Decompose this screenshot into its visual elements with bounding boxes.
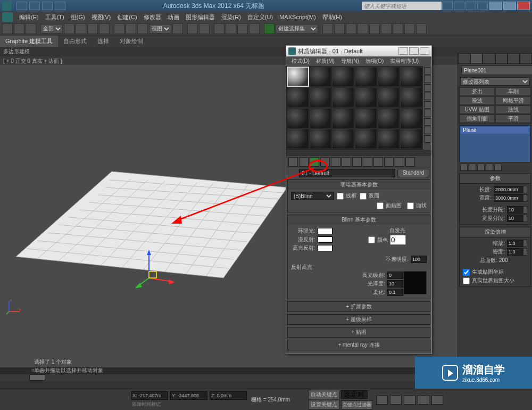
menu-views[interactable]: 视图(V) <box>88 13 114 21</box>
specular-color-swatch[interactable] <box>318 245 332 251</box>
modifier-list-dropdown[interactable]: 修改器列表 <box>460 77 530 86</box>
viewport-label[interactable]: [ + 0 正交 0 真实 + 边面 ] <box>0 56 532 65</box>
schematic-icon[interactable] <box>369 23 380 34</box>
named-set-dropdown[interactable]: 创建选择集 <box>276 24 318 34</box>
tab-create-icon[interactable] <box>458 53 470 64</box>
me-minimize-button[interactable] <box>398 47 408 55</box>
menu-customize[interactable]: 自定义(U) <box>244 13 276 21</box>
pick-material-icon[interactable] <box>288 169 297 177</box>
object-name-input[interactable] <box>461 65 532 75</box>
material-slot[interactable] <box>332 87 354 108</box>
background-icon[interactable] <box>424 84 431 92</box>
shader-type-dropdown[interactable]: (B)Blinn <box>291 192 334 200</box>
mod-uvwmap-button[interactable]: UVW 贴图 <box>459 105 495 114</box>
material-editor-icon[interactable] <box>381 23 392 34</box>
me-menu-modes[interactable]: 模式(D) <box>288 56 313 66</box>
key-icon[interactable] <box>300 391 307 398</box>
gen-map-checkbox[interactable] <box>463 269 470 276</box>
material-slot[interactable] <box>355 129 377 149</box>
material-editor-titlebar[interactable]: 材质编辑器 - 01 - Default <box>286 46 431 56</box>
material-slot[interactable] <box>378 108 400 128</box>
configure-sets-icon[interactable] <box>494 163 502 171</box>
go-forward-icon[interactable] <box>405 157 415 167</box>
curve-editor-icon[interactable] <box>358 23 368 34</box>
ref-coord-dropdown[interactable]: 视图 <box>149 24 171 34</box>
qa-save-icon[interactable] <box>29 2 40 10</box>
app-menu-icon[interactable] <box>2 12 13 22</box>
minimize-button[interactable] <box>489 2 502 10</box>
self-illum-color-checkbox[interactable] <box>368 236 375 243</box>
rollup-header-supersample[interactable]: 超级采样 <box>288 315 430 324</box>
length-spinner[interactable] <box>494 186 523 193</box>
fov-icon[interactable] <box>480 391 489 399</box>
select-icon[interactable] <box>64 23 74 34</box>
rollup-header-extended[interactable]: 扩展参数 <box>288 302 430 311</box>
tab-paint[interactable]: 对象绘制 <box>114 36 148 47</box>
spinner-arrows-icon[interactable] <box>523 248 527 256</box>
rollup-header-mr[interactable]: mental ray 连接 <box>288 340 430 350</box>
material-type-button[interactable]: Standard <box>397 169 429 177</box>
spinner-arrows-icon[interactable] <box>523 186 527 193</box>
preview-icon[interactable] <box>424 110 431 117</box>
material-slot[interactable] <box>400 129 422 149</box>
real-world-checkbox[interactable] <box>463 277 470 284</box>
modifier-stack[interactable]: Plane <box>459 125 531 162</box>
material-scroll-h[interactable] <box>286 150 431 156</box>
pivot-icon[interactable] <box>172 23 183 34</box>
material-slot[interactable] <box>378 129 400 149</box>
menu-edit[interactable]: 编辑(E) <box>16 13 42 21</box>
rollup-render-mult-header[interactable]: 渲染倍增 <box>460 227 530 237</box>
tab-graphite[interactable]: Graphite 建模工具 <box>0 36 58 47</box>
me-menu-nav[interactable]: 导航(N) <box>338 56 362 66</box>
material-slot[interactable] <box>310 108 332 128</box>
star-icon[interactable] <box>466 2 476 10</box>
make-unique-icon[interactable] <box>342 157 351 167</box>
me-close-button[interactable] <box>420 47 429 55</box>
maximize-button[interactable] <box>503 2 516 10</box>
show-end-icon[interactable] <box>469 163 476 171</box>
orbit-icon[interactable] <box>446 400 456 408</box>
faceted-checkbox[interactable] <box>407 202 414 209</box>
spinner-arrows-icon[interactable] <box>523 240 527 247</box>
angle-snap-icon[interactable] <box>226 23 236 34</box>
mod-normal-button[interactable]: 法线 <box>495 105 531 114</box>
menu-maxscript[interactable]: MAXScript(M) <box>276 14 319 20</box>
goto-end-icon[interactable] <box>431 395 443 405</box>
rollup-header-maps[interactable]: 贴图 <box>288 327 430 337</box>
layers-icon[interactable] <box>346 23 356 34</box>
mod-noise-button[interactable]: 噪波 <box>459 96 495 105</box>
zoom-extents-icon[interactable] <box>469 391 478 399</box>
mod-meshsmooth-button[interactable]: 网格平滑 <box>495 96 531 105</box>
menu-modifiers[interactable]: 修改器 <box>140 13 164 21</box>
material-slot-1[interactable] <box>287 67 309 87</box>
pan-icon[interactable] <box>446 391 456 399</box>
menu-create[interactable]: 创建(C) <box>114 13 140 21</box>
select-region-icon[interactable] <box>87 23 98 34</box>
selection-filter-dropdown[interactable]: 全部 <box>40 24 63 34</box>
qa-undo-icon[interactable] <box>42 2 53 10</box>
material-slot[interactable] <box>332 108 354 128</box>
menu-group[interactable]: 组(G) <box>68 13 88 21</box>
material-slot[interactable] <box>332 129 354 149</box>
qa-open-icon[interactable] <box>16 2 27 10</box>
render-frame-icon[interactable] <box>404 23 415 34</box>
help-icon[interactable] <box>477 2 488 10</box>
tab-motion-icon[interactable] <box>495 53 508 64</box>
scale-spinner[interactable] <box>507 240 523 247</box>
tab-modify-icon[interactable] <box>470 53 483 64</box>
width-spinner[interactable] <box>494 194 523 202</box>
tab-freeform[interactable]: 自由形式 <box>58 36 92 47</box>
pin-stack-icon[interactable] <box>460 163 468 171</box>
zoom-icon[interactable] <box>458 391 467 399</box>
select-name-icon[interactable] <box>76 23 86 34</box>
menu-render[interactable]: 渲染(R) <box>218 13 244 21</box>
lsegs-spinner[interactable] <box>507 206 523 214</box>
go-parent-icon[interactable] <box>395 157 404 167</box>
density-spinner[interactable] <box>507 248 523 256</box>
spinner-arrows-icon[interactable] <box>523 194 527 202</box>
snap-icon[interactable] <box>214 23 225 34</box>
stack-item-plane[interactable]: Plane <box>461 127 529 134</box>
wsegs-spinner[interactable] <box>507 215 523 222</box>
material-slot[interactable] <box>287 87 309 108</box>
material-id-icon[interactable] <box>363 157 372 167</box>
